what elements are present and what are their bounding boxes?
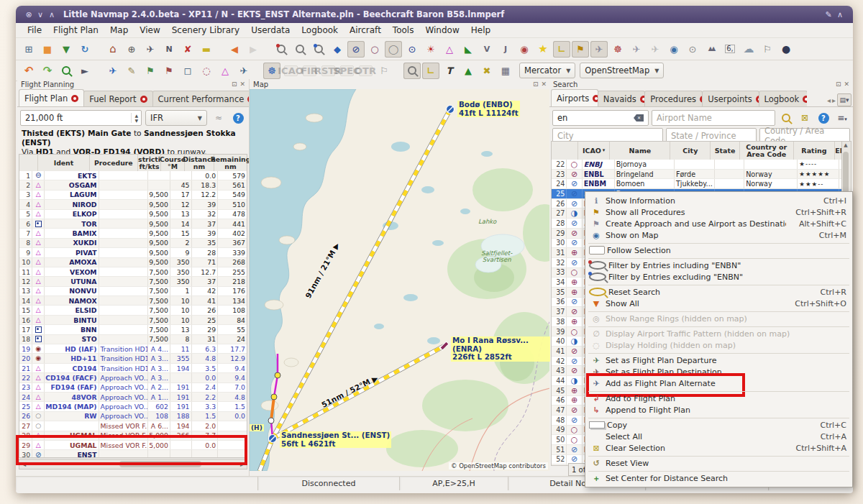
cruise-altitude-input[interactable]: 21,000 ft▲▼ — [20, 110, 142, 126]
measure-distance-button[interactable]: ▬ — [198, 41, 215, 58]
context-menu-item[interactable]: ✈ Set as Flight Plan Departure — [585, 354, 852, 366]
context-menu-item[interactable]: ⚑ Create Approach and use Airport as Des… — [585, 218, 852, 229]
tab-list-icon[interactable]: ▤▾ — [837, 93, 851, 106]
menu-item[interactable]: Help — [465, 24, 496, 36]
projection-select[interactable]: Mercator▼ — [519, 63, 575, 78]
show-ndb-button[interactable]: ○ — [366, 41, 383, 58]
minimize-window-icon[interactable]: ∨ — [35, 10, 46, 19]
reset-search-button[interactable] — [778, 111, 794, 125]
menu-item[interactable]: Aircraft — [344, 24, 387, 36]
toolbar-button[interactable] — [95, 41, 103, 58]
flight-plan-row[interactable]: 11 VEXOM 7,500 350 12.7 255 — [19, 267, 247, 277]
map-forward-button[interactable]: ▶ — [245, 41, 262, 58]
map-back-button[interactable]: ◀ — [226, 41, 243, 58]
flight-plan-row[interactable]: 26 RW Approach VO... 108 188 1.5 0.0 — [19, 412, 247, 421]
flight-plan-row[interactable]: 19 HD (IAF) Transition HD1 A 4... 11 6.3… — [19, 344, 247, 354]
scroll-right-icon[interactable]: ▶ — [238, 461, 247, 467]
menu-item[interactable]: Tools — [387, 24, 420, 36]
context-menu-item[interactable]: ◎ Show Range Rings (hidden on map) — [585, 313, 852, 324]
toolbar-button[interactable] — [216, 41, 224, 58]
show-waypoint-triangle-button[interactable]: △ — [441, 41, 458, 58]
airport-row[interactable]: 23 ENBL Bringeland Førde Norway ★★★★★ — [552, 170, 842, 180]
route-add-waypoint-button[interactable]: △ — [216, 63, 234, 79]
show-mora-button[interactable]: ▲▲ — [703, 41, 720, 58]
context-menu-item[interactable]: Reset Search Ctrl+R — [585, 286, 852, 298]
toolbar-button[interactable] — [263, 41, 271, 58]
titlebar-up-icon[interactable]: ∧ — [834, 10, 846, 19]
scroll-up-icon[interactable]: ▲ — [842, 142, 849, 148]
airspace-special-button[interactable]: SPEC — [338, 63, 355, 79]
menu-item[interactable]: Map — [104, 24, 134, 36]
flight-plan-row[interactable]: 5 ELKOP 9,500 13 32 478 — [19, 210, 247, 219]
flight-plan-row[interactable]: 25 MD194 (MAP) Approach VO... 602 191 3.… — [19, 402, 247, 411]
toolbar-button[interactable] — [95, 63, 103, 79]
airport-name-input[interactable]: Airport Name — [652, 110, 775, 126]
flight-plan-row[interactable]: 12 UTUNA 7,500 350 37 218 — [19, 277, 247, 286]
context-menu-item[interactable]: Select All Ctrl+A — [585, 431, 852, 442]
map-canvas[interactable]: Bodø (ENBO) 41ft L 11124ft Mo I Rana Røs… — [250, 89, 550, 471]
flight-plan-row[interactable]: 13 NONVU 7,500 1 42 176 — [19, 287, 247, 296]
flight-plan-row[interactable]: 29 UGMAL Missed VOR F... 5,000 0.0 — [19, 441, 247, 450]
column-city[interactable]: City — [670, 142, 711, 160]
overlay-text-button[interactable]: T — [441, 63, 458, 79]
context-menu-item[interactable]: ⊠ Clear Selection Ctrl+Shift+A — [585, 442, 852, 454]
flight-plan-row[interactable]: 28 UGMAL Missed VOR F... 5,000 266 7.7 — [19, 431, 247, 441]
flight-plan-row[interactable]: 18 STO 7,500 8 31 24 — [19, 335, 247, 344]
tab[interactable]: Userpoints — [702, 91, 759, 106]
show-jet-airways-button[interactable]: J — [497, 41, 514, 58]
map-north-button[interactable]: N — [160, 41, 178, 58]
flight-plan-row[interactable]: 2 OSGAM 45 18.3 561 — [19, 180, 247, 190]
edit-userpoint-button[interactable]: ✎ — [123, 63, 140, 79]
context-menu-item[interactable]: ∅ Display Airport Traffic Pattern (hidde… — [585, 328, 852, 339]
clear-text-icon[interactable] — [634, 114, 644, 122]
tab[interactable]: Airports — [551, 89, 598, 106]
float-dock-icon[interactable]: ⊡ — [836, 81, 841, 88]
aircraft-select-button[interactable]: ► — [76, 63, 93, 79]
show-highlight-star-button[interactable]: ★ — [534, 41, 552, 58]
float-dock-icon[interactable]: ⊡ — [533, 81, 539, 88]
airspace-other-button[interactable]: OTR — [357, 63, 374, 79]
context-menu-item[interactable]: ↲ Add to Flight Plan — [585, 393, 852, 404]
column-state[interactable]: State — [711, 142, 740, 160]
map-airport-label-enst[interactable]: Sandnessjøen St... (ENST) 56ft L 4621ft — [280, 431, 391, 448]
close-dock-icon[interactable]: ✕ — [239, 81, 245, 88]
show-vordme-button[interactable]: ⊙ — [403, 41, 421, 58]
show-aircraft-trail-button[interactable]: ✈ — [590, 41, 608, 58]
menu-item[interactable]: View — [134, 24, 165, 36]
map-airport-label-enra[interactable]: Mo I Rana Røssv... (ENRA) 226ft L 2852ft — [451, 336, 550, 362]
flight-plan-row[interactable]: 22 CD194 (FACF) Approach VO... A 3... 0.… — [19, 373, 247, 382]
overlay-marker-button[interactable]: ✖ — [478, 63, 496, 79]
flight-plan-row[interactable]: 9 PIVAT 9,500 9 28 339 — [19, 248, 247, 257]
menu-item[interactable]: Userdata — [245, 24, 296, 36]
center-flight-plan-button[interactable]: ⊕ — [123, 41, 140, 58]
show-waypoints-button[interactable]: ◯ — [385, 41, 402, 58]
close-window-icon[interactable]: ⊗ — [23, 10, 35, 19]
column-icao[interactable]: ICAO▾ — [578, 142, 610, 160]
search-options-menu-button[interactable]: ≡▾ — [834, 111, 850, 125]
show-route-button[interactable]: ∟ — [553, 41, 570, 58]
undo-button[interactable]: ↶ — [20, 63, 37, 79]
close-dock-icon[interactable]: ✕ — [844, 81, 849, 88]
overlay-zoom-button[interactable] — [403, 63, 421, 79]
flight-plan-row[interactable]: 16 BINTU 7,500 10 25 84 — [19, 316, 247, 325]
show-msa-button[interactable]: ◉ — [516, 41, 533, 58]
airspace-icao-button[interactable]: ICAO — [282, 63, 299, 79]
help-button[interactable]: ? — [230, 111, 246, 125]
route-departure-button[interactable]: ⚑ — [142, 63, 159, 79]
tab[interactable]: Procedures — [644, 91, 703, 106]
flight-plan-row[interactable]: 24 48VOR Approach VO... A 1... 191 2.2 4… — [19, 393, 247, 402]
overlay-terrain-button[interactable]: ▲ — [460, 63, 477, 79]
remove-highlights-button[interactable]: ✘ — [179, 41, 196, 58]
show-search-button[interactable] — [58, 63, 75, 79]
show-weather-button[interactable]: ☁ — [740, 41, 757, 58]
column-country[interactable]: Country or Area Code — [740, 142, 794, 160]
new-flight-plan-button[interactable]: ⊞ — [20, 41, 37, 58]
context-menu-item[interactable]: Filter by Entries including "ENBN" — [585, 260, 852, 271]
context-menu-item[interactable]: ✈ Add as Flight Plan Alternate — [585, 377, 852, 389]
scroll-left-icon[interactable]: ◀ — [19, 461, 28, 467]
flight-plan-row[interactable]: 27 Missed VOR F... A 6... 194 2.0 — [19, 421, 247, 431]
close-dock-icon[interactable]: ✕ — [541, 81, 547, 88]
context-menu-item[interactable]: ＋ Set Center for Distance Search — [585, 472, 852, 484]
tab[interactable]: Current Performance — [152, 91, 261, 106]
spinner-arrows-icon[interactable]: ▲▼ — [131, 113, 141, 123]
